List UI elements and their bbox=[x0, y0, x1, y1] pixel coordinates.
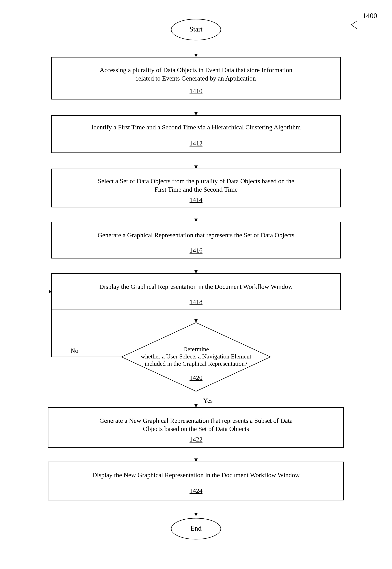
label-1412-line1: Identify a First Time and a Second Time … bbox=[91, 124, 301, 131]
end-label: End bbox=[190, 525, 202, 532]
start-label: Start bbox=[190, 25, 202, 33]
svg-marker-22 bbox=[194, 458, 198, 462]
svg-marker-20 bbox=[194, 404, 198, 407]
svg-marker-3 bbox=[194, 54, 198, 57]
number-1412: 1412 bbox=[190, 140, 202, 147]
svg-line-1 bbox=[351, 25, 357, 29]
number-1424: 1424 bbox=[190, 487, 202, 494]
svg-marker-5 bbox=[194, 112, 198, 115]
label-1414-line1: Select a Set of Data Objects from the pl… bbox=[98, 178, 294, 185]
label-1418: Display the Graphical Representation in … bbox=[99, 283, 293, 290]
svg-marker-24 bbox=[194, 513, 198, 516]
label-1414-line2: First Time and the Second Time bbox=[154, 186, 238, 193]
box-1424 bbox=[48, 462, 344, 500]
label-1416: Generate a Graphical Representation that… bbox=[98, 232, 294, 239]
label-1422-line2: Objects based on the Set of Data Objects bbox=[143, 425, 249, 432]
diagram-number: 1400 bbox=[363, 12, 377, 20]
label-1422-line1: Generate a New Graphical Representation … bbox=[99, 417, 293, 424]
label-1420-line1: Determine bbox=[183, 346, 209, 353]
box-1412 bbox=[52, 115, 340, 153]
svg-marker-13 bbox=[194, 319, 198, 323]
svg-marker-11 bbox=[194, 270, 198, 274]
number-1420: 1420 bbox=[190, 374, 202, 381]
number-1418: 1418 bbox=[190, 298, 202, 305]
yes-label: Yes bbox=[203, 397, 213, 404]
number-1414: 1414 bbox=[190, 196, 202, 203]
number-1410: 1410 bbox=[190, 87, 202, 95]
number-1422: 1422 bbox=[190, 436, 202, 443]
label-1410-line2: related to Events Generated by an Applic… bbox=[136, 75, 256, 82]
label-1420-line2: whether a User Selects a Navigation Elem… bbox=[141, 353, 251, 360]
label-1420-line3: included in the Graphical Representation… bbox=[145, 360, 247, 367]
svg-marker-7 bbox=[194, 166, 198, 169]
no-label: No bbox=[70, 347, 78, 354]
flowchart-diagram: 1400 Start Accessing a plurality of Data… bbox=[0, 0, 392, 569]
label-1424: Display the New Graphical Representation… bbox=[92, 472, 300, 479]
number-1416: 1416 bbox=[190, 247, 202, 254]
svg-line-0 bbox=[351, 21, 357, 25]
label-1410-line1: Accessing a plurality of Data Objects in… bbox=[100, 66, 292, 73]
svg-marker-9 bbox=[194, 219, 198, 222]
